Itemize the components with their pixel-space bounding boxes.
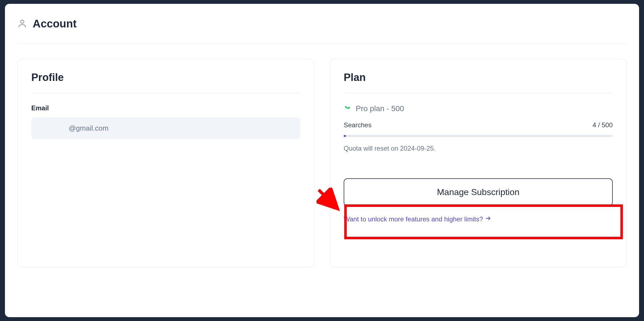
quota-reset-text: Quota will reset on 2024-09-25. (344, 145, 613, 152)
plan-card: Plan Pro plan - 500 Searches 4 / 500 Quo… (330, 59, 627, 268)
plan-name: Pro plan - 500 (356, 104, 404, 113)
arrow-right-icon (485, 215, 491, 223)
searches-progress-fill (344, 135, 346, 137)
email-label: Email (31, 104, 300, 112)
unlock-features-link-text: Want to unlock more features and higher … (344, 215, 483, 223)
unlock-features-link[interactable]: Want to unlock more features and higher … (344, 215, 491, 223)
plan-name-row: Pro plan - 500 (344, 104, 613, 113)
user-icon (17, 18, 27, 29)
searches-row: Searches 4 / 500 (344, 121, 613, 129)
email-value: redacted@gmail.com (31, 117, 300, 139)
page-title: Account (33, 18, 77, 30)
profile-card: Profile Email redacted@gmail.com (17, 59, 314, 268)
searches-progress-bar (344, 135, 613, 137)
account-page: Account Profile Email redacted@gmail.com… (5, 4, 639, 317)
searches-count: 4 / 500 (593, 121, 613, 129)
plan-card-title: Plan (344, 72, 613, 93)
manage-subscription-button[interactable]: Manage Subscription (344, 178, 613, 206)
seedling-icon (344, 104, 351, 113)
profile-card-title: Profile (31, 72, 300, 93)
searches-label: Searches (344, 121, 371, 129)
page-header: Account (17, 18, 627, 44)
svg-point-0 (21, 20, 24, 23)
cards-row: Profile Email redacted@gmail.com Plan Pr… (17, 59, 627, 268)
